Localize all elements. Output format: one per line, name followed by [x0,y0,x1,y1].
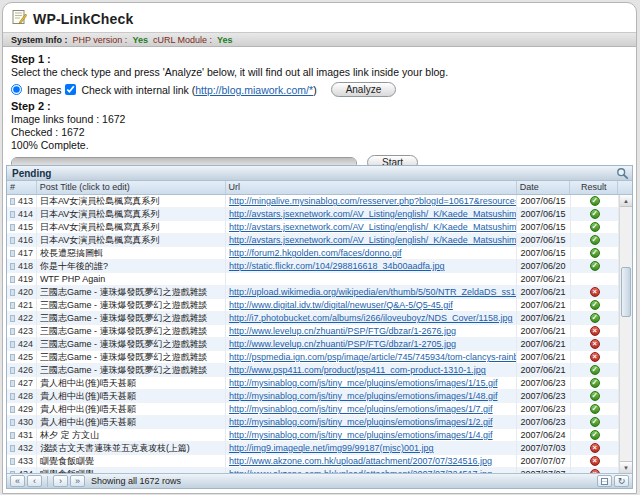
row-date: 2007/06/21 [517,364,571,377]
internal-link-checkbox[interactable] [65,84,76,95]
post-title-link[interactable]: 日本AV女演員松島楓寫真系列 [37,195,226,208]
post-title-link[interactable]: 貴人相中出(推)唔天甚願 [37,377,226,390]
result-cell: ✓ [571,195,619,208]
col-header-id[interactable]: # [7,181,37,194]
php-version-label: PHP version : [73,33,128,47]
row-id-cell: 414 [7,208,37,221]
post-title-link[interactable]: WTF PHP Again [37,273,226,286]
image-url-link[interactable]: http://forum2.hkgolden.com/faces/donno.g… [229,248,402,258]
url-cell: http://mysinablog.com/js/tiny_mce/plugin… [226,429,518,442]
post-title-link[interactable]: 你是十年後的誰? [37,260,226,273]
url-cell: http://pspmedia.ign.com/psp/image/articl… [226,351,518,364]
row-id-cell: 417 [7,247,37,260]
table-row: 434 瞓覺食飯瞓覺 http://www.akzone.com.hk/uplo… [7,468,619,473]
row-id-cell: 418 [7,260,37,273]
image-url-link[interactable]: http://avstars.jsexnetwork.com/AV_Listin… [229,222,518,232]
image-url-link[interactable]: http://upload.wikimedia.org/wikipedia/en… [229,287,518,297]
scroll-down-icon[interactable]: ▼ [620,461,632,473]
image-url-link[interactable]: http://mysinablog.com/js/tiny_mce/plugin… [229,378,498,388]
blog-url-link[interactable]: http://blog.miawork.com/* [195,84,313,96]
image-url-link[interactable]: http://mysinablog.com/js/tiny_mce/plugin… [229,430,493,440]
url-cell: http://avstars.jsexnetwork.com/AV_Listin… [226,234,518,247]
row-date: 2007/06/20 [517,260,571,273]
pager-divider [47,476,48,487]
post-title-link[interactable]: 貴人相中出(推)唔天甚願 [37,390,226,403]
images-radio[interactable] [11,84,22,95]
row-date: 2007/06/21 [517,273,571,286]
row-id-cell: 429 [7,403,37,416]
table-title-bar: Pending [7,166,632,181]
next-page-button[interactable]: › [53,475,68,487]
image-url-link[interactable]: http://www.digital.idv.tw/digital/newuse… [229,300,453,310]
first-page-button[interactable]: « [10,475,25,487]
image-url-link[interactable]: http://mysinablog.com/js/tiny_mce/plugin… [229,417,493,427]
image-url-link[interactable]: http://mysinablog.com/js/tiny_mce/plugin… [229,391,498,401]
post-title-link[interactable]: 三國志Game - 連珠爆發既夢幻之遊戲雜談 [37,325,226,338]
image-url-link[interactable]: http://i7.photobucket.com/albums/i266/il… [229,313,513,323]
row-grip-icon [10,237,15,244]
row-date: 2007/07/07 [517,468,571,473]
post-title-link[interactable]: 林夕 定 方文山 [37,429,226,442]
image-url-link[interactable]: http://www.levelup.cn/zhuanti/PSP/FTG/db… [229,339,456,349]
col-header-result[interactable]: Result [570,181,618,194]
post-title-link[interactable]: 三國志Game - 連珠爆發既夢幻之遊戲雜談 [37,286,226,299]
row-date: 2007/07/07 [517,455,571,468]
post-title-link[interactable]: 三國志Game - 連珠爆發既夢幻之遊戲雜談 [37,364,226,377]
post-title-link[interactable]: 三國志Game - 連珠爆發既夢幻之遊戲雜談 [37,312,226,325]
row-id-cell: 419 [7,273,37,286]
row-id: 413 [18,195,33,207]
row-id: 419 [18,273,33,285]
post-title-link[interactable]: 瞓覺食飯瞓覺 [37,468,226,473]
step1-controls: Images Check with internal link (http://… [11,82,628,97]
search-icon[interactable] [616,167,629,180]
image-url-link[interactable]: http://static.flickr.com/104/298816618_3… [229,261,445,271]
post-title-link[interactable]: 三國志Game - 連珠爆發既夢幻之遊戲雜談 [37,351,226,364]
post-title-link[interactable]: 淺談古文天書連珠並五克袁攻枝(上篇) [37,442,226,455]
row-id-cell: 433 [7,455,37,468]
post-title-link[interactable]: 貴人相中出(推)唔天甚願 [37,403,226,416]
image-url-link[interactable]: http://avstars.jsexnetwork.com/AV_Listin… [229,235,518,245]
col-header-post-title[interactable]: Post Title (click to edit) [37,181,226,194]
post-title-link[interactable]: 貴人相中出(推)唔天甚願 [37,416,226,429]
row-date: 2007/06/23 [517,416,571,429]
step1-description: Select the check type and press 'Analyze… [11,66,628,79]
table-scrollbar[interactable]: ▲ ▼ [619,195,632,473]
last-page-button[interactable]: » [70,475,85,487]
image-url-link[interactable]: http://img9.imageqle.net/img99/99187(mjs… [229,443,434,453]
image-url-link[interactable]: http://avstars.jsexnetwork.com/AV_Listin… [229,209,518,219]
image-url-link[interactable]: http://www.akzone.com.hk/upload/attachme… [229,469,492,473]
row-grip-icon [10,458,15,465]
post-title-link[interactable]: 日本AV女演員松島楓寫真系列 [37,221,226,234]
row-grip-icon [10,276,15,283]
result-icon: ✓ [590,404,600,414]
url-cell: http://www.akzone.com.hk/upload/attachme… [226,468,518,473]
post-title-link[interactable]: 瞓覺食飯瞓覺 [37,455,226,468]
image-url-link[interactable]: http://mingalive.mysinablog.com/resserve… [229,196,518,206]
row-grip-icon [10,471,15,474]
prev-page-button[interactable]: ‹ [27,475,42,487]
row-id-cell: 420 [7,286,37,299]
row-id-cell: 424 [7,338,37,351]
image-url-link[interactable]: http://www.psp411.com/product/psp411_com… [229,365,486,375]
post-title-link[interactable]: 三國志Game - 連珠爆發既夢幻之遊戲雜談 [37,299,226,312]
image-url-link[interactable]: http://mysinablog.com/js/tiny_mce/plugin… [229,404,493,414]
col-header-date[interactable]: Date [517,181,571,194]
result-icon: ✓ [590,196,600,206]
scroll-up-icon[interactable]: ▲ [620,195,632,207]
post-title-link[interactable]: 校長遭惡搞圖輯 [37,247,226,260]
row-id: 425 [18,351,33,363]
post-title-link[interactable]: 日本AV女演員松島楓寫真系列 [37,234,226,247]
toggle-columns-button[interactable] [597,475,612,487]
image-url-link[interactable]: http://pspmedia.ign.com/psp/image/articl… [229,352,518,362]
analyze-button[interactable]: Analyze [331,82,397,97]
image-url-link[interactable]: http://www.levelup.cn/zhuanti/PSP/FTG/db… [229,326,456,336]
post-title-link[interactable]: 日本AV女演員松島楓寫真系列 [37,208,226,221]
result-cell: ✓ [571,299,619,312]
image-url-link[interactable]: http://www.akzone.com.hk/upload/attachme… [229,456,492,466]
url-cell: http://i7.photobucket.com/albums/i266/il… [226,312,518,325]
col-header-url[interactable]: Url [226,181,517,194]
scrollbar-thumb[interactable] [621,267,631,317]
post-title-link[interactable]: 三國志Game - 連珠爆發既夢幻之遊戲雜談 [37,338,226,351]
reload-button[interactable]: ↻ [614,475,629,487]
checked-count-text: Checked : 1672 [11,126,628,139]
